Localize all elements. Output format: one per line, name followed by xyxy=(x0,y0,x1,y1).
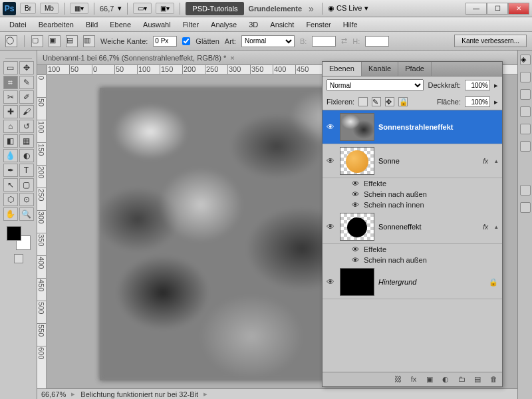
minimize-button[interactable]: — xyxy=(466,3,487,15)
workspace-more-icon[interactable]: » xyxy=(306,3,317,14)
status-zoom[interactable]: 66,67% xyxy=(41,390,66,398)
eyedropper-tool[interactable]: ✐ xyxy=(19,90,34,104)
arrange-button[interactable]: ▭▾ xyxy=(133,3,152,14)
group-icon[interactable]: 🗀 xyxy=(457,375,466,384)
effect-row[interactable]: 👁Schein nach außen xyxy=(323,189,502,200)
swatches-panel-icon[interactable] xyxy=(520,89,531,100)
zoom-level[interactable]: 66,7 xyxy=(100,5,114,13)
adjustment-layer-icon[interactable]: ◐ xyxy=(441,375,450,384)
path-select-tool[interactable]: ↖ xyxy=(3,178,18,192)
tab-ebenen[interactable]: Ebenen xyxy=(323,62,362,76)
layer-thumbnail[interactable] xyxy=(340,147,374,175)
layer-name[interactable]: Sonne xyxy=(378,157,479,165)
canvas[interactable] xyxy=(100,88,352,380)
marquee-tool[interactable]: ▭ xyxy=(3,61,18,74)
brush-tool[interactable]: 🖌 xyxy=(19,105,34,118)
3d-camera-tool[interactable]: ⊙ xyxy=(19,193,34,206)
fx-badge-icon[interactable]: fx xyxy=(483,158,488,165)
menu-analyse[interactable]: Analyse xyxy=(205,19,242,31)
eraser-tool[interactable]: ◧ xyxy=(3,134,18,148)
stamp-tool[interactable]: ⌂ xyxy=(3,120,18,133)
quickmask-icon[interactable] xyxy=(14,254,23,263)
minibridge-button[interactable]: Mb xyxy=(40,3,59,14)
opacity-slider-icon[interactable]: ▸ xyxy=(494,81,498,90)
menu-ansicht[interactable]: Ansicht xyxy=(265,19,299,31)
layer-name[interactable]: Hintergrund xyxy=(378,278,485,286)
type-tool[interactable]: T xyxy=(19,164,34,177)
crop-tool[interactable]: ✂ xyxy=(3,90,18,104)
blur-tool[interactable]: 💧 xyxy=(3,149,18,162)
menu-bild[interactable]: Bild xyxy=(80,19,103,31)
history-brush-tool[interactable]: ↺ xyxy=(19,120,34,133)
actions-panel-icon[interactable] xyxy=(520,202,531,213)
current-tool-icon[interactable]: ◯ xyxy=(5,35,17,47)
tab-kanaele[interactable]: Kanäle xyxy=(362,62,398,76)
view-extras-button[interactable]: ▦▾ xyxy=(70,3,88,14)
feather-input[interactable] xyxy=(153,36,177,47)
opacity-input[interactable] xyxy=(465,80,490,90)
selection-add-icon[interactable]: ▣ xyxy=(49,35,61,47)
zoom-tool[interactable]: 🔍 xyxy=(19,207,34,221)
menu-fenster[interactable]: Fenster xyxy=(301,19,336,31)
effect-row[interactable]: 👁Schein nach innen xyxy=(323,200,502,210)
expand-effects-icon[interactable]: ▴ xyxy=(495,223,498,230)
selection-subtract-icon[interactable]: ▤ xyxy=(66,35,78,47)
tab-pfade[interactable]: Pfade xyxy=(398,62,432,76)
layer-style-icon[interactable]: fx xyxy=(409,375,418,384)
styles-panel-icon[interactable] xyxy=(520,124,531,134)
cslive-button[interactable]: ◉ CS Live ▾ xyxy=(328,4,368,13)
bridge-button[interactable]: Br xyxy=(20,3,36,14)
layer-name[interactable]: Sonneneffekt xyxy=(378,223,479,231)
menu-hilfe[interactable]: Hilfe xyxy=(338,19,363,31)
visibility-icon[interactable]: 👁 xyxy=(327,277,336,287)
screenmode-button[interactable]: ▣▾ xyxy=(156,3,174,14)
menu-auswahl[interactable]: Auswahl xyxy=(138,19,176,31)
layers-panel-icon[interactable]: ◈ xyxy=(520,55,531,65)
3d-tool[interactable]: ⬡ xyxy=(3,193,18,206)
hand-tool[interactable]: ✋ xyxy=(3,207,18,221)
character-panel-icon[interactable] xyxy=(520,141,531,152)
adjustments-panel-icon[interactable] xyxy=(520,106,531,117)
effect-row[interactable]: 👁Schein nach außen xyxy=(323,255,502,265)
refine-edge-button[interactable]: Kante verbessern... xyxy=(454,35,527,47)
link-layers-icon[interactable]: ⛓ xyxy=(393,375,402,384)
layer-row[interactable]: 👁 Hintergrund 🔒 xyxy=(323,265,502,299)
workspace-preset-2[interactable]: Grundelemente xyxy=(248,5,302,13)
menu-filter[interactable]: Filter xyxy=(178,19,204,31)
pen-tool[interactable]: ✒ xyxy=(3,164,18,177)
ruler-vertical[interactable]: 050100150200250300350400450500550600 xyxy=(37,74,47,388)
fill-slider-icon[interactable]: ▸ xyxy=(494,98,498,106)
delete-layer-icon[interactable]: 🗑 xyxy=(489,375,498,384)
visibility-icon[interactable]: 👁 xyxy=(327,222,336,231)
selection-new-icon[interactable]: ▢ xyxy=(31,35,43,47)
dodge-tool[interactable]: ◐ xyxy=(19,149,34,162)
layer-thumbnail[interactable] xyxy=(340,113,374,141)
layer-mask-icon[interactable]: ▣ xyxy=(425,375,434,384)
visibility-icon[interactable]: 👁 xyxy=(327,122,336,132)
menu-datei[interactable]: Datei xyxy=(4,19,32,31)
effects-header[interactable]: 👁Effekte xyxy=(323,178,502,189)
expand-effects-icon[interactable]: ▴ xyxy=(495,158,498,164)
selection-intersect-icon[interactable]: ▥ xyxy=(83,35,95,47)
layer-row[interactable]: 👁 Sonnenstrahleneffekt xyxy=(323,110,502,144)
layer-row[interactable]: 👁 Sonne fx ▴ xyxy=(323,144,502,178)
menu-ebene[interactable]: Ebene xyxy=(104,19,136,31)
gradient-tool[interactable]: ▦ xyxy=(19,134,34,148)
style-select[interactable]: Normal xyxy=(241,35,295,47)
lock-pixels-icon[interactable]: ✎ xyxy=(372,97,381,106)
visibility-icon[interactable]: 👁 xyxy=(327,156,336,166)
toolbox-grip-icon[interactable] xyxy=(5,53,32,59)
lasso-tool[interactable]: ⌗ xyxy=(3,76,18,89)
effects-header[interactable]: 👁Effekte xyxy=(323,244,502,255)
fx-badge-icon[interactable]: fx xyxy=(483,223,488,231)
healing-tool[interactable]: ✚ xyxy=(3,105,18,118)
menu-3d[interactable]: 3D xyxy=(243,19,263,31)
workspace-preset-1[interactable]: PSD-Tutorials xyxy=(186,2,244,15)
lock-all-icon[interactable]: 🔒 xyxy=(398,97,408,106)
color-swatches[interactable] xyxy=(7,226,31,250)
history-panel-icon[interactable] xyxy=(520,185,531,196)
shape-tool[interactable]: ▢ xyxy=(19,178,34,192)
blend-mode-select[interactable]: Normal xyxy=(327,79,424,91)
foreground-color-swatch[interactable] xyxy=(7,226,21,241)
layer-row[interactable]: 👁 Sonneneffekt fx ▴ xyxy=(323,210,502,244)
